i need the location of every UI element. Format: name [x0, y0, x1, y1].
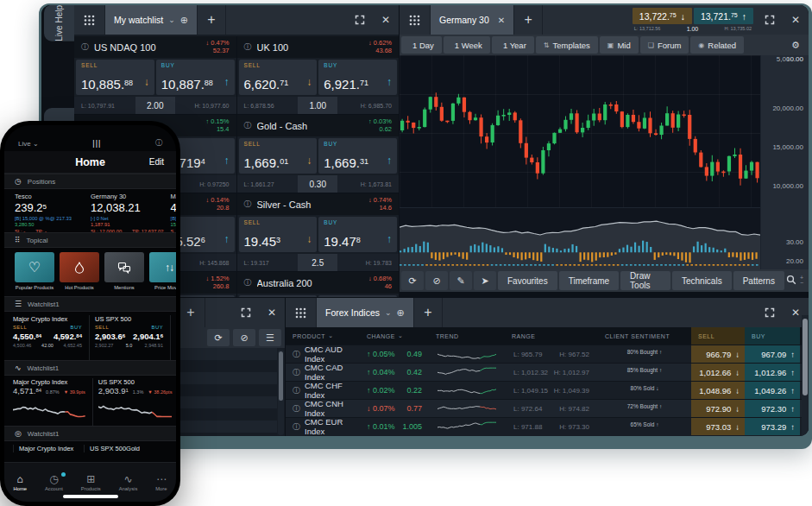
quote-column[interactable]: Major Crypto Index SELLBUY 4,550.84 4,59… — [13, 315, 82, 360]
sell-button[interactable]: SELL 1,669.01 ↓ — [239, 138, 318, 174]
sell-button[interactable]: SELL 6,620.71 ↓ — [239, 60, 318, 95]
instrument-name[interactable]: Major Crypto Index — [13, 445, 84, 452]
table-row[interactable]: ⓘ CMC CAD Index 0.04% 0.42 L: 1,012.32 — [286, 363, 809, 381]
buy-button[interactable]: BUY 10,887.88 ↑ — [156, 60, 235, 95]
zoom-in-icon[interactable]: ⊕ — [397, 307, 405, 319]
price-movers-card[interactable]: ↑↓ Price Movers — [149, 252, 176, 296]
chart-tool-button[interactable]: Timeframe — [559, 271, 619, 290]
instrument-name-row[interactable]: ⓘ UK 100 0.62% 43.68 — [237, 36, 400, 58]
info-icon[interactable]: ⓘ — [293, 403, 300, 414]
add-tab-button[interactable]: + — [176, 298, 205, 327]
close-tab-icon[interactable]: ✕ — [498, 16, 505, 25]
info-icon[interactable]: ⓘ — [293, 349, 300, 360]
zoom-stepper[interactable]: +− — [800, 275, 803, 287]
scrollbar[interactable] — [802, 315, 809, 436]
expand-icon[interactable] — [757, 5, 783, 35]
chart-tool-button[interactable]: Draw Tools — [620, 271, 670, 290]
buy-button[interactable]: 973.29↑ — [745, 418, 800, 435]
add-tab-button[interactable]: + — [513, 5, 543, 35]
info-icon[interactable]: ⓘ — [293, 367, 300, 378]
chart-tool-button[interactable]: Technicals — [672, 271, 732, 290]
search-icon[interactable] — [786, 273, 796, 288]
buy-button[interactable]: BUY ↑ — [318, 295, 397, 297]
disable-icon[interactable]: ⊘ — [233, 329, 255, 346]
watchlist-tab[interactable]: My watchlist ⌄ ⊕ — [105, 5, 197, 35]
chart-toolbar-button[interactable]: 1 Week — [444, 36, 490, 54]
info-icon[interactable]: ⓘ — [244, 277, 252, 288]
nav-item[interactable]: ⌂ Home — [13, 474, 26, 491]
table-row[interactable]: ⓘ CMC CHF Index 0.02% 0.22 L: 1,049.15 — [286, 381, 809, 399]
column-header-trend[interactable]: TREND — [429, 327, 505, 345]
header-sell-button[interactable]: 13,722.75 ↓ — [633, 8, 692, 24]
sell-button[interactable]: 1,012.66↓ — [691, 364, 745, 381]
refresh-icon[interactable]: ⟳ — [207, 329, 230, 346]
buy-button[interactable]: BUY 6,921.71 ↑ — [318, 60, 397, 95]
table-row[interactable]: ⓘ CMC AUD Index 0.05% 0.49 L: 965.79 — [286, 345, 809, 363]
sell-button[interactable]: SELL 19.453 ↓ — [239, 217, 318, 252]
scrollbar[interactable] — [278, 350, 284, 435]
buy-button[interactable]: BUY 1,669.31 ↑ — [318, 138, 397, 174]
info-icon[interactable]: ⓘ — [81, 41, 89, 53]
popular-products-card[interactable]: ♡ Popular Products — [15, 252, 54, 296]
header-buy-button[interactable]: 13,721.75 ↑ — [694, 8, 753, 24]
info-icon[interactable]: ⓘ — [244, 41, 252, 53]
info-icon[interactable]: ⓘ — [293, 421, 300, 433]
buy-button[interactable]: 1,012.96↑ — [745, 364, 800, 381]
sell-button[interactable]: SELL 10,885.88 ↓ — [76, 60, 154, 95]
sell-button[interactable]: 1,048.96↓ — [691, 382, 745, 399]
sell-button[interactable]: 972.90↓ — [691, 400, 745, 417]
side-tab[interactable]: Live Help — [44, 5, 74, 41]
nav-item[interactable]: ⊞ Products — [81, 474, 101, 491]
instrument-name-row[interactable]: ⓘ US NDAQ 100 0.47% 52.37 — [74, 36, 236, 58]
close-icon[interactable]: ✕ — [259, 298, 285, 327]
column-header-change[interactable]: CHANGE⌄ — [360, 327, 429, 345]
instrument-name-row[interactable]: ⓘ Silver - Cash 0.74% 14.6 — [237, 193, 400, 215]
hot-products-card[interactable]: Hot Products — [60, 252, 99, 296]
positions-section-header[interactable]: ◷ Positions — [4, 174, 176, 189]
position-card[interactable]: Tesco 239.25 [B] 15,000 @ %@ 217.33 3,28… — [15, 193, 84, 232]
list-view-icon[interactable]: ☰ — [259, 329, 281, 346]
apps-grid-icon[interactable] — [74, 5, 105, 35]
info-icon[interactable]: ⓘ — [155, 138, 162, 148]
column-header-buy[interactable]: BUY — [745, 327, 800, 345]
mover-column[interactable]: US SPX 500 2,903.91 1.3% ▼ 38.26pts — [92, 378, 173, 426]
chart-tool-icon[interactable]: ⟳ — [401, 271, 424, 290]
chart-tool-button[interactable]: Favourites — [498, 271, 557, 290]
forex-tab[interactable]: Forex Indices ⌄ ⊕ — [317, 298, 413, 327]
price-axis[interactable]: 20,000.0015,000.0010,000.005,000.00 30.0… — [760, 55, 809, 269]
chart-toolbar-button[interactable]: ◉ Related — [690, 36, 744, 54]
chart-tool-icon[interactable]: ➤ — [474, 271, 496, 290]
buy-button[interactable]: 1,049.26↑ — [745, 382, 800, 399]
chart-toolbar-button[interactable]: ❏ Forum — [640, 36, 689, 54]
table-row[interactable]: ⓘ CMC CNH Index 0.07% 0.77 L: 972.64 — [286, 399, 809, 417]
chevron-down-icon[interactable]: ⌄ — [385, 308, 392, 317]
nav-item[interactable]: ⋯ More — [155, 474, 167, 491]
add-tab-button[interactable]: + — [197, 5, 226, 35]
instrument-name[interactable]: US SPX 500 — [84, 445, 126, 452]
table-row[interactable]: ⓘ CMC EUR Index 0.01% 1.005 L: 971.88 — [286, 417, 809, 435]
apps-grid-icon[interactable] — [286, 298, 317, 327]
expand-icon[interactable] — [757, 298, 783, 327]
info-icon[interactable]: ⓘ — [293, 385, 300, 396]
apps-grid-icon[interactable] — [400, 5, 431, 35]
info-icon[interactable]: ⓘ — [244, 120, 252, 131]
nav-item[interactable]: ∿ Analysis — [119, 474, 138, 491]
instrument-name[interactable]: Gold — [126, 445, 140, 452]
close-icon[interactable]: ✕ — [783, 5, 809, 35]
chart-tab[interactable]: Germany 30 ✕ — [431, 5, 513, 35]
candlestick-plot[interactable] — [400, 55, 760, 207]
chart-toolbar-button[interactable]: 1 Day — [401, 36, 442, 54]
close-icon[interactable]: ✕ — [373, 5, 399, 35]
mover-column[interactable]: Major Crypto Index 4,571.84 0.87% ▼ 39.9… — [13, 378, 85, 426]
sell-button[interactable]: 973.03↓ — [691, 418, 745, 435]
zoom-in-icon[interactable]: ⊕ — [180, 15, 188, 26]
mentions-card[interactable]: Mentions — [104, 252, 144, 296]
chart-toolbar-button[interactable]: 1 Year — [492, 36, 534, 54]
info-icon[interactable]: ⓘ — [244, 199, 252, 210]
chart-tool-icon[interactable]: ⊘ — [425, 271, 448, 290]
watchlist3-section-header[interactable]: ◎ Watchlist1 — [4, 426, 176, 441]
position-card[interactable]: Germany 30 12,038.21 [-] 0 Net 1,187.91 … — [91, 193, 164, 232]
instrument-name-row[interactable]: ⓘ Gold - Cash 0.03% 0.62 — [237, 115, 400, 136]
add-tab-button[interactable]: + — [413, 298, 443, 327]
sell-button[interactable]: 966.79↓ — [691, 345, 745, 363]
